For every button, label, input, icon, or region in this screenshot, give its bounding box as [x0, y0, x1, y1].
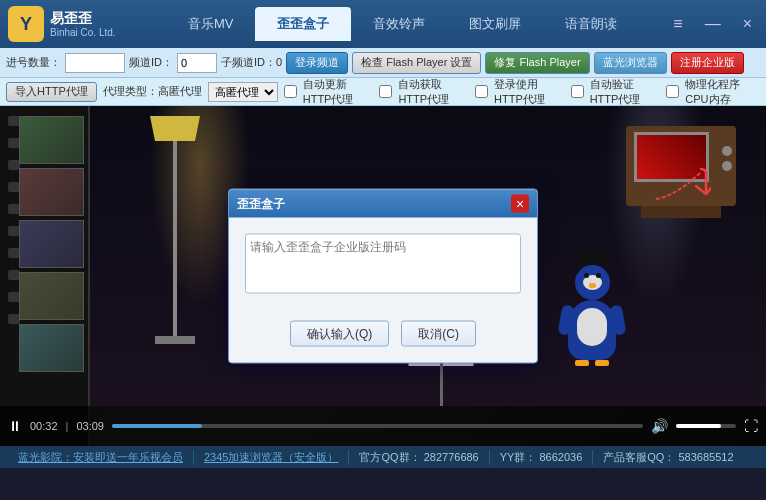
status-browser-link[interactable]: 2345加速浏览器（安全版） — [204, 451, 338, 463]
freq-id-label: 频道ID： — [129, 55, 173, 70]
dialog-title-text: 歪歪盒子 — [237, 195, 285, 212]
auto-get-proxy-checkbox[interactable] — [379, 85, 392, 98]
check-flash-button[interactable]: 检查 Flash Player 设置 — [352, 52, 481, 74]
status-qq-group-value: 282776686 — [424, 451, 479, 463]
auto-verify-proxy-label: 自动验证HTTP代理 — [590, 77, 661, 107]
close-button[interactable]: × — [737, 13, 758, 35]
status-item-yy-group: YY群： 8662036 — [490, 450, 594, 465]
minimize-button[interactable]: — — [699, 13, 727, 35]
logo-icon: Y — [8, 6, 44, 42]
logo-area: Y 易歪歪 Binhai Co. Ltd. — [8, 6, 138, 42]
app-sub: Binhai Co. Ltd. — [50, 27, 116, 38]
dialog-overlay: 歪歪盒子 × 确认输入(Q) 取消(C) — [0, 106, 766, 446]
arrow-annotation — [651, 164, 711, 204]
register-dialog: 歪歪盒子 × 确认输入(Q) 取消(C) — [228, 189, 538, 364]
tab-music-mv[interactable]: 音乐MV — [166, 7, 256, 41]
status-qq-group-label: 官方QQ群： — [359, 451, 420, 463]
dialog-titlebar: 歪歪盒子 × — [229, 190, 537, 218]
proxy-row: 导入HTTP代理 代理类型：高匿代理 高匿代理 自动更新HTTP代理 自动获取H… — [0, 78, 766, 106]
tab-image-screen[interactable]: 图文刷屏 — [447, 7, 543, 41]
video-area: ⏸ 00:32 | 03:09 🔊 ⛶ 歪歪盒子 × — [0, 106, 766, 446]
tab-sound-ringtone[interactable]: 音效铃声 — [351, 7, 447, 41]
dialog-footer: 确认输入(Q) 取消(C) — [229, 313, 537, 363]
app-name: 易歪歪 — [50, 10, 116, 27]
login-use-proxy-label: 登录使用HTTP代理 — [494, 77, 565, 107]
auto-update-proxy-label: 自动更新HTTP代理 — [303, 77, 374, 107]
logo-text-group: 易歪歪 Binhai Co. Ltd. — [50, 10, 116, 38]
channel-count-input[interactable] — [65, 53, 125, 73]
fix-flash-button[interactable]: 修复 Flash Player — [485, 52, 589, 74]
nav-tabs: 音乐MV 歪歪盒子 音效铃声 图文刷屏 语音朗读 — [138, 7, 667, 41]
status-item-qq-group: 官方QQ群： 282776686 — [349, 450, 489, 465]
proxy-type-select[interactable]: 高匿代理 — [208, 82, 278, 102]
dialog-body — [229, 218, 537, 313]
login-channel-button[interactable]: 登录频道 — [286, 52, 348, 74]
freq-id-input[interactable] — [177, 53, 217, 73]
window-controls: ≡ — × — [667, 13, 758, 35]
auto-update-proxy-checkbox[interactable] — [284, 85, 297, 98]
import-proxy-button[interactable]: 导入HTTP代理 — [6, 82, 97, 102]
status-yy-group-label: YY群： — [500, 451, 537, 463]
blue-browser-button[interactable]: 蓝光浏览器 — [594, 52, 667, 74]
titlebar: Y 易歪歪 Binhai Co. Ltd. 音乐MV 歪歪盒子 音效铃声 图文刷… — [0, 0, 766, 48]
status-service-qq-value: 583685512 — [679, 451, 734, 463]
status-item-ads: 蓝光影院：安装即送一年乐视会员 — [8, 450, 194, 465]
tab-guaiguai-box[interactable]: 歪歪盒子 — [255, 7, 351, 41]
confirm-button[interactable]: 确认输入(Q) — [290, 321, 389, 347]
status-service-qq-label: 产品客服QQ： — [603, 451, 675, 463]
physical-cpu-checkbox[interactable] — [666, 85, 679, 98]
channel-count-label: 进号数量： — [6, 55, 61, 70]
register-code-input[interactable] — [245, 234, 521, 294]
statusbar: 蓝光影院：安装即送一年乐视会员 2345加速浏览器（安全版） 官方QQ群： 28… — [0, 446, 766, 468]
auto-get-proxy-label: 自动获取HTTP代理 — [398, 77, 469, 107]
toolbar: 进号数量： 频道ID： 子频道ID：0 登录频道 检查 Flash Player… — [0, 48, 766, 78]
menu-button[interactable]: ≡ — [667, 13, 688, 35]
auto-verify-proxy-checkbox[interactable] — [571, 85, 584, 98]
status-item-service-qq: 产品客服QQ： 583685512 — [593, 450, 743, 465]
register-button[interactable]: 注册企业版 — [671, 52, 744, 74]
physical-cpu-label: 物理化程序CPU内存 — [685, 77, 760, 107]
status-ads-link[interactable]: 蓝光影院：安装即送一年乐视会员 — [18, 451, 183, 463]
status-yy-group-value: 8662036 — [539, 451, 582, 463]
sub-freq-id-label: 子频道ID：0 — [221, 55, 282, 70]
proxy-type-label: 代理类型：高匿代理 — [103, 84, 202, 99]
status-item-browser: 2345加速浏览器（安全版） — [194, 450, 349, 465]
tab-voice-read[interactable]: 语音朗读 — [543, 7, 639, 41]
login-use-proxy-checkbox[interactable] — [475, 85, 488, 98]
dialog-close-button[interactable]: × — [511, 195, 529, 213]
cancel-button[interactable]: 取消(C) — [401, 321, 476, 347]
